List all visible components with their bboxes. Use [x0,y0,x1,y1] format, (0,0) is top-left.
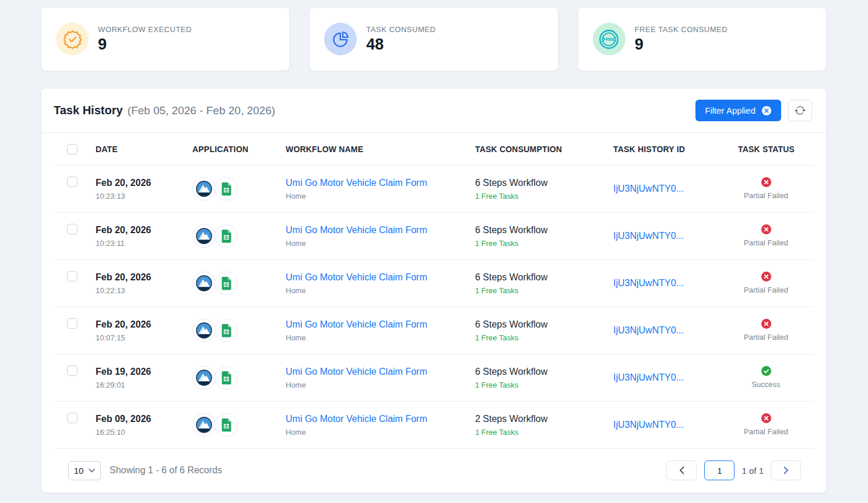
row-checkbox[interactable] [67,224,78,234]
panel-header: Task History (Feb 05, 2026 - Feb 20, 202… [41,89,826,132]
task-consumption: 6 Steps Workflow [475,319,613,330]
workflow-name-link[interactable]: Umi Go Motor Vehicle Claim Form [286,224,475,235]
mountain-app-icon [192,272,216,295]
table-row: Feb 20, 2026 10:23:13 [41,165,826,212]
workflow-folder: Home [286,239,475,248]
page-size-select[interactable]: 10 [68,461,101,480]
column-header-workflow-name: WORKFLOW NAME [286,145,475,154]
task-history-id-link[interactable]: IjU3NjUwNTY0... [613,325,684,335]
stat-label: TASK CONSUMED [366,25,435,34]
table-row: Feb 09, 2026 16:25:10 [41,401,826,448]
chevron-right-icon [783,466,789,474]
prev-page-button[interactable] [666,460,697,480]
stat-label: WORKFLOW EXECUTED [98,25,192,34]
google-sheets-icon [215,224,238,248]
table-row: Feb 20, 2026 10:07:15 [41,307,826,354]
row-date: Feb 20, 2026 [96,319,192,330]
row-date: Feb 20, 2026 [96,224,192,235]
task-history-id-link[interactable]: IjU3NjUwNTY0... [613,231,684,241]
table-footer: 10 Showing 1 - 6 of 6 Records 1 1 of 1 [41,448,826,493]
task-history-panel: Task History (Feb 05, 2026 - Feb 20, 202… [41,89,826,493]
mountain-app-icon [192,319,216,342]
row-date: Feb 19, 2026 [96,366,192,377]
free-tasks: 1 Free Tasks [475,286,613,295]
refresh-icon [795,105,806,116]
status-label: Partial Failed [744,191,788,200]
status-label: Success [751,380,780,389]
free-tasks: 1 Free Tasks [475,381,613,389]
workflow-name-link[interactable]: Umi Go Motor Vehicle Claim Form [286,413,475,424]
table-row: Feb 20, 2026 10:22:13 [41,259,826,307]
row-date: Feb 20, 2026 [96,177,192,188]
table-row: Feb 20, 2026 10:23:11 [41,212,826,259]
mountain-app-icon [192,224,216,248]
svg-text:FREE: FREE [603,37,615,42]
table-row: Feb 19, 2026 16:29:01 [41,354,826,401]
stat-value: 48 [366,36,435,54]
column-header-task-history-id: TASK HISTORY ID [613,145,738,154]
stat-card-task-consumed: TASK CONSUMED 48 [310,8,557,71]
free-tasks: 1 Free Tasks [475,428,613,437]
workflow-folder: Home [286,192,475,201]
task-consumption: 6 Steps Workflow [475,224,613,235]
task-consumption: 6 Steps Workflow [475,177,613,188]
page-info: 1 of 1 [742,466,764,476]
stat-value: 9 [98,36,192,54]
refresh-button[interactable] [788,100,812,121]
workflow-name-link[interactable]: Umi Go Motor Vehicle Claim Form [286,177,475,188]
records-summary: Showing 1 - 6 of 6 Records [110,465,222,476]
failed-status-icon [761,413,771,423]
task-history-id-link[interactable]: IjU3NjUwNTY0... [613,372,684,382]
workflow-folder: Home [286,428,475,437]
chevron-left-icon [679,466,684,474]
row-time: 16:25:10 [96,428,192,437]
workflow-folder: Home [286,286,475,295]
task-consumption: 2 Steps Workflow [475,413,613,424]
workflow-name-link[interactable]: Umi Go Motor Vehicle Claim Form [286,319,475,330]
badge-check-icon [56,23,89,55]
success-status-icon [761,366,771,376]
filter-button-label: Filter Applied [705,105,755,115]
row-checkbox[interactable] [67,271,78,282]
google-sheets-icon [215,272,238,295]
workflow-folder: Home [286,333,475,342]
row-checkbox[interactable] [67,318,78,329]
stat-label: FREE TASK CONSUMED [635,25,728,34]
pagination: 1 1 of 1 [666,460,801,480]
failed-status-icon [761,177,771,187]
row-time: 10:22:13 [96,286,192,295]
row-checkbox[interactable] [67,365,78,376]
column-header-task-status: TASK STATUS [738,145,794,154]
filter-applied-button[interactable]: Filter Applied [695,100,781,121]
google-sheets-icon [215,177,238,201]
page-size-value: 10 [74,466,84,476]
status-label: Partial Failed [744,238,788,247]
row-checkbox[interactable] [67,413,78,423]
mountain-app-icon [192,413,216,437]
stats-cards: WORKFLOW EXECUTED 9 TASK CONSUMED 48 FRE… [0,0,868,71]
failed-status-icon [761,319,771,329]
task-history-id-link[interactable]: IjU3NjUwNTY0... [613,278,684,288]
row-time: 10:23:13 [96,192,192,201]
workflow-name-link[interactable]: Umi Go Motor Vehicle Claim Form [286,366,475,377]
task-consumption: 6 Steps Workflow [475,272,613,283]
select-all-checkbox[interactable] [67,144,78,154]
task-history-id-link[interactable]: IjU3NjUwNTY0... [613,184,684,194]
google-sheets-icon [215,319,238,342]
mountain-app-icon [192,366,216,389]
current-page-input[interactable]: 1 [704,460,735,480]
mountain-app-icon [192,177,216,201]
next-page-button[interactable] [771,460,801,480]
pie-chart-icon [324,23,357,55]
workflow-folder: Home [286,381,475,389]
row-time: 16:29:01 [96,381,192,389]
free-tasks: 1 Free Tasks [475,239,613,248]
row-checkbox[interactable] [67,177,78,187]
column-header-date: DATE [96,145,192,154]
free-tasks: 1 Free Tasks [475,333,613,342]
stat-card-free-task-consumed: FREE FREE TASK CONSUMED 9 [578,8,826,71]
row-date: Feb 20, 2026 [96,272,192,283]
status-label: Partial Failed [744,286,788,294]
workflow-name-link[interactable]: Umi Go Motor Vehicle Claim Form [286,272,475,283]
task-history-id-link[interactable]: IjU3NjUwNTY0... [613,420,684,430]
